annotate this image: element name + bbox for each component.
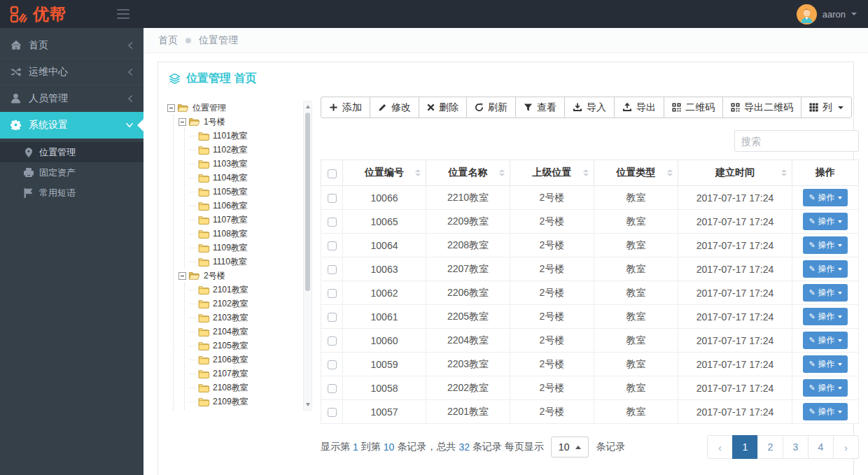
tree-node-row[interactable]: 2108教室 — [190, 381, 302, 395]
tree-toggle-icon[interactable] — [167, 104, 175, 112]
tree-node-row[interactable]: 1102教室 — [190, 143, 302, 157]
tree-children: 2101教室2102教室2103教室2104教室2105教室2106教室2107… — [184, 283, 302, 411]
refresh-button[interactable]: 刷新 — [466, 97, 516, 118]
action-label: 操作 — [818, 239, 835, 251]
sidebar-item-assets[interactable]: 固定资产 — [0, 162, 144, 183]
map-marker-icon — [23, 148, 34, 157]
sort-icon[interactable] — [499, 169, 505, 176]
column-header[interactable]: 位置编号 — [343, 160, 426, 186]
sidebar-item-location[interactable]: 位置管理 — [0, 142, 144, 162]
tree-node-row[interactable]: 1106教室 — [190, 199, 302, 213]
row-action-button[interactable]: ✎操作 — [803, 189, 847, 206]
sort-icon[interactable] — [667, 169, 673, 176]
sidebar-item-ops[interactable]: 运维中心 — [0, 59, 144, 85]
cell-time: 2017-07-17 17:24 — [678, 353, 792, 376]
edit-button[interactable]: 修改 — [370, 97, 419, 118]
sort-icon[interactable] — [781, 169, 787, 176]
sort-icon[interactable] — [415, 169, 421, 176]
tree-connector — [190, 234, 196, 234]
row-checkbox[interactable] — [328, 218, 337, 227]
prev-page-button[interactable]: ‹ — [707, 435, 733, 459]
row-checkbox[interactable] — [328, 384, 337, 393]
row-action-button[interactable]: ✎操作 — [803, 332, 847, 349]
add-button[interactable]: 添加 — [321, 97, 370, 118]
row-action-button[interactable]: ✎操作 — [803, 308, 847, 325]
tree-node-row[interactable]: 2103教室 — [190, 311, 302, 325]
tree-node-row[interactable]: 位置管理 — [167, 101, 302, 115]
export-button[interactable]: 导出 — [614, 97, 664, 118]
sidebar-item-users[interactable]: 人员管理 — [0, 85, 144, 112]
tree-node-row[interactable]: 1108教室 — [190, 227, 302, 241]
tree-node-row[interactable]: 1110教室 — [190, 255, 302, 269]
column-header[interactable]: 建立时间 — [678, 160, 792, 186]
columns-button[interactable]: 列 — [801, 97, 852, 118]
row-action-button[interactable]: ✎操作 — [803, 260, 847, 278]
tree-node-row[interactable]: 2106教室 — [190, 353, 302, 367]
delete-button[interactable]: 删除 — [419, 97, 467, 118]
row-checkbox[interactable] — [328, 194, 337, 203]
import-button[interactable]: 导入 — [564, 97, 615, 118]
menu-toggle-icon[interactable] — [117, 9, 130, 19]
tree-node-row[interactable]: 1107教室 — [190, 213, 302, 227]
row-checkbox[interactable] — [328, 336, 337, 346]
row-checkbox[interactable] — [328, 313, 337, 322]
row-action-button[interactable]: ✎操作 — [803, 355, 847, 373]
tree-node-row[interactable]: 2102教室 — [190, 297, 302, 311]
page-size-select[interactable]: 10 — [551, 437, 589, 458]
search-input[interactable] — [734, 130, 859, 152]
scroll-up-icon[interactable] — [304, 102, 312, 111]
next-page-button[interactable]: › — [833, 435, 859, 459]
tree-node-row[interactable]: 1号楼 — [178, 115, 302, 129]
tree-node-row[interactable]: 1103教室 — [190, 157, 302, 171]
scrollbar-thumb[interactable] — [305, 113, 310, 291]
tree-node-row[interactable]: 2104教室 — [190, 325, 302, 339]
sidebar-item-settings[interactable]: 系统设置 — [0, 112, 144, 139]
tree-node-row[interactable]: 2109教室 — [190, 395, 302, 409]
page-button-2[interactable]: 2 — [757, 435, 783, 459]
scroll-down-icon[interactable] — [304, 400, 312, 409]
select-all-checkbox[interactable] — [328, 169, 337, 178]
sidebar-item-phrases[interactable]: 常用短语 — [0, 183, 144, 203]
folder-icon — [198, 313, 209, 322]
cell-id: 10059 — [343, 353, 426, 376]
row-action-button[interactable]: ✎操作 — [803, 379, 847, 397]
row-checkbox[interactable] — [328, 241, 337, 250]
tree-node-row[interactable]: 2号楼 — [178, 269, 302, 283]
pagination-text: 条记录 每页显示 — [472, 441, 544, 453]
breadcrumb-home[interactable]: 首页 — [158, 34, 178, 47]
row-checkbox[interactable] — [328, 408, 337, 417]
row-action-button[interactable]: ✎操作 — [803, 236, 847, 254]
row-action-button[interactable]: ✎操作 — [803, 213, 847, 230]
tree-node-row[interactable]: 2110教室 — [190, 409, 302, 411]
row-action-button[interactable]: ✎操作 — [803, 284, 847, 302]
row-checkbox[interactable] — [328, 289, 337, 298]
tree-scrollbar[interactable] — [303, 101, 312, 411]
page-button-3[interactable]: 3 — [783, 435, 808, 459]
row-checkbox[interactable] — [328, 265, 337, 274]
tree-node-row[interactable]: 1101教室 — [190, 129, 302, 143]
tree-toggle-icon[interactable] — [178, 272, 186, 280]
page-button-1[interactable]: 1 — [732, 435, 758, 459]
row-action-button[interactable]: ✎操作 — [803, 403, 847, 420]
tree-node-row[interactable]: 1105教室 — [190, 185, 302, 199]
user-menu[interactable]: aaron — [797, 0, 857, 28]
tree-connector — [190, 220, 196, 220]
tree-node: 2104教室 — [190, 325, 302, 339]
column-header[interactable]: 位置名称 — [426, 160, 510, 186]
sort-icon[interactable] — [583, 169, 589, 176]
page-button-4[interactable]: 4 — [808, 435, 834, 459]
tree-node-row[interactable]: 1109教室 — [190, 241, 302, 255]
sidebar-item-home[interactable]: 首页 — [0, 32, 144, 59]
view-button[interactable]: 查看 — [515, 97, 565, 118]
tree-node-row[interactable]: 1104教室 — [190, 171, 302, 185]
tree-toggle-icon[interactable] — [178, 118, 186, 126]
row-checkbox[interactable] — [328, 360, 337, 369]
tree-node: 1102教室 — [190, 143, 302, 157]
tree-node-row[interactable]: 2105教室 — [190, 339, 302, 353]
column-header[interactable]: 位置类型 — [594, 160, 678, 186]
export-qrcode-button[interactable]: 导出二维码 — [722, 97, 802, 118]
qrcode-button[interactable]: 二维码 — [664, 97, 723, 118]
tree-node-row[interactable]: 2101教室 — [190, 283, 302, 297]
column-header[interactable]: 上级位置 — [510, 160, 594, 186]
tree-node-row[interactable]: 2107教室 — [190, 367, 302, 381]
